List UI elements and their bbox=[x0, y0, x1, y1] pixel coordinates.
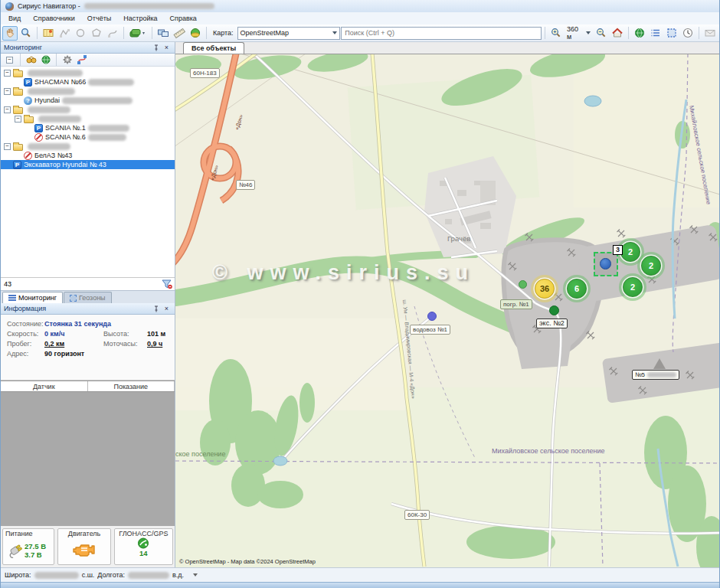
collapse-all-button[interactable] bbox=[3, 54, 16, 66]
zoom-in-button[interactable] bbox=[548, 26, 564, 41]
redacted-title-text bbox=[84, 3, 214, 9]
collapse-icon[interactable] bbox=[4, 88, 11, 95]
tree-item[interactable]: ?Hyundai bbox=[1, 96, 175, 105]
draw-polygon-button[interactable] bbox=[89, 26, 104, 41]
object-label-vodovoz[interactable]: водовоз №1 bbox=[410, 325, 450, 335]
globe-button[interactable] bbox=[632, 26, 647, 41]
mileage-value[interactable]: 0,2 км bbox=[44, 340, 95, 348]
menu-otchety[interactable]: Отчёты bbox=[81, 13, 117, 24]
cluster-marker-6[interactable]: 6 bbox=[567, 279, 587, 299]
zoom-tool-button[interactable] bbox=[18, 26, 34, 41]
tree-group[interactable] bbox=[1, 114, 175, 123]
tree-group[interactable] bbox=[1, 142, 175, 151]
object-label-exc[interactable]: экс. №2 bbox=[536, 318, 568, 328]
home-icon bbox=[611, 27, 623, 39]
tab-monitoring[interactable]: Мониторинг bbox=[2, 292, 63, 303]
marker-vodovoz[interactable] bbox=[427, 312, 437, 321]
menu-spravka[interactable]: Справка bbox=[164, 13, 203, 24]
title-bar: Сириус Навигатор - bbox=[1, 0, 719, 12]
search-input[interactable] bbox=[341, 27, 542, 40]
draw-route-button[interactable] bbox=[105, 26, 120, 41]
left-panel: Мониторинг × PSHACMAN №66 ?Hyundai bbox=[1, 42, 175, 567]
coins-globe-icon bbox=[189, 27, 201, 39]
longitude-suffix: в.д. bbox=[172, 571, 184, 579]
pin-icon[interactable] bbox=[152, 305, 162, 313]
draw-line-button[interactable] bbox=[57, 26, 72, 41]
tree-item[interactable]: БелАЗ №43 bbox=[1, 151, 175, 160]
tree-item-selected[interactable]: PЭкскаватор Hyundai № 43 bbox=[1, 160, 175, 169]
home-button[interactable] bbox=[610, 26, 625, 41]
value-column-header[interactable]: Показание bbox=[88, 381, 175, 391]
map-provider-select[interactable]: OpenStreetMap bbox=[237, 27, 341, 40]
object-label-n5[interactable]: №5 bbox=[632, 370, 679, 380]
marker-pogr[interactable] bbox=[519, 280, 527, 289]
map-background: «Дон» «Дон» bbox=[175, 54, 720, 567]
selection-icon bbox=[666, 27, 678, 39]
menu-vid[interactable]: Вид bbox=[2, 13, 27, 24]
pin-icon[interactable] bbox=[152, 44, 162, 52]
track-button[interactable] bbox=[75, 54, 88, 66]
status-bar: Широта: с.ш. Долгота: в.д. bbox=[1, 567, 719, 582]
map-canvas[interactable]: «Дон» «Дон» © www.sirius.su Грачёв 60Н-1… bbox=[175, 54, 720, 567]
list-icon bbox=[650, 27, 662, 39]
plug-icon bbox=[5, 541, 22, 560]
menu-spravochniki[interactable]: Справочники bbox=[27, 13, 81, 24]
edit-map-button[interactable] bbox=[41, 26, 56, 41]
object-label-pogr[interactable]: погр. №1 bbox=[500, 299, 532, 309]
menu-nastroyka[interactable]: Настройка bbox=[117, 13, 163, 24]
tree-filter-input[interactable] bbox=[2, 279, 161, 289]
speed-value: 0 км/ч bbox=[44, 330, 95, 338]
cluster-marker-2[interactable]: 2 bbox=[623, 277, 643, 297]
payments-button[interactable] bbox=[188, 26, 203, 41]
list-icon bbox=[8, 295, 16, 301]
pan-tool-button[interactable] bbox=[2, 26, 18, 41]
tab-geozones[interactable]: Геозоны bbox=[64, 292, 112, 303]
close-icon[interactable]: × bbox=[162, 44, 172, 52]
select-region-button[interactable] bbox=[664, 26, 679, 41]
find-object-button[interactable] bbox=[25, 54, 38, 66]
zoom-in-icon bbox=[550, 27, 562, 39]
gear-icon bbox=[62, 54, 73, 65]
draw-circle-button[interactable] bbox=[73, 26, 88, 41]
tree-item-label: Hyundai bbox=[34, 96, 60, 104]
road-ref-label: 60К-30 bbox=[404, 510, 430, 520]
geozone-icon bbox=[70, 295, 77, 302]
circle-icon bbox=[74, 27, 87, 39]
tree-group[interactable] bbox=[1, 87, 175, 96]
close-icon[interactable]: × bbox=[162, 305, 172, 313]
object-list-button[interactable] bbox=[648, 26, 663, 41]
cluster-marker-2[interactable]: 2 bbox=[620, 242, 640, 262]
tree-group[interactable] bbox=[1, 105, 175, 114]
collapse-icon[interactable] bbox=[4, 70, 11, 77]
tree-item[interactable]: SCANIA №.6 bbox=[1, 132, 175, 142]
screens-button[interactable] bbox=[155, 26, 171, 41]
messages-button[interactable] bbox=[702, 26, 718, 41]
admin-boundary-label: Михайловское сельское поселение bbox=[492, 447, 605, 455]
selected-device-marker[interactable] bbox=[594, 252, 618, 276]
collapse-icon[interactable] bbox=[15, 116, 21, 122]
layers-button[interactable] bbox=[127, 26, 149, 41]
show-on-map-button[interactable] bbox=[39, 54, 52, 66]
collapse-icon[interactable] bbox=[4, 143, 11, 150]
tree-item[interactable]: PSHACMAN №66 bbox=[1, 77, 175, 87]
zoom-out-button[interactable] bbox=[594, 26, 609, 41]
history-button[interactable] bbox=[680, 26, 695, 41]
marker-exc[interactable] bbox=[549, 305, 559, 315]
chevron-down-icon[interactable] bbox=[193, 573, 198, 577]
main-voltage-value: 27.5 В bbox=[25, 542, 46, 550]
cluster-marker-36[interactable]: 36 bbox=[535, 279, 555, 299]
engine-hours-value[interactable]: 0,9 ч bbox=[147, 340, 162, 348]
collapse-icon[interactable] bbox=[4, 106, 11, 113]
redacted-text bbox=[88, 134, 126, 141]
settings-button[interactable] bbox=[61, 54, 74, 66]
map-scale-select[interactable]: 360 м bbox=[565, 26, 593, 41]
map-tab-all-objects[interactable]: Все объекты bbox=[183, 42, 244, 54]
tree-item[interactable]: PSCANIA №.1 bbox=[1, 123, 175, 132]
ruler-icon bbox=[173, 27, 185, 39]
sensor-column-header[interactable]: Датчик bbox=[1, 381, 88, 391]
vehicle-parking-icon: P bbox=[34, 124, 43, 132]
cluster-marker-2[interactable]: 2 bbox=[641, 256, 661, 276]
ruler-button[interactable] bbox=[172, 26, 187, 41]
tree-group[interactable] bbox=[1, 68, 175, 77]
filter-icon[interactable] bbox=[161, 279, 173, 289]
